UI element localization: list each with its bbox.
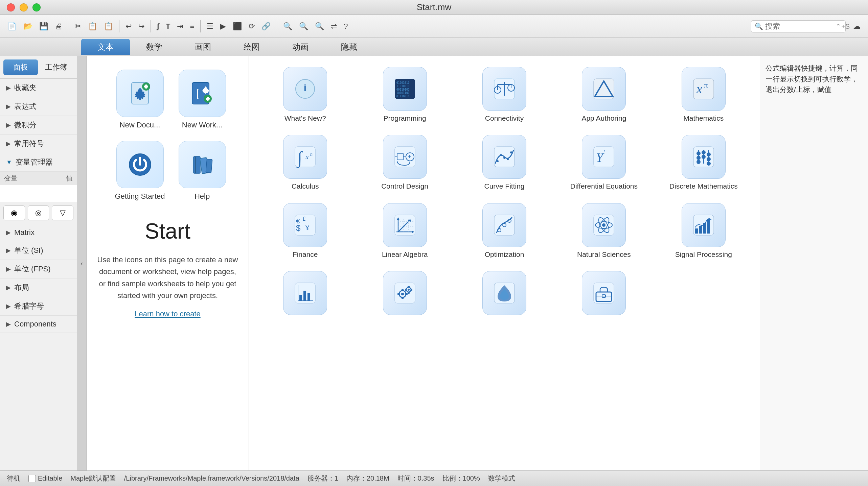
tab-math[interactable]: 数学: [130, 39, 179, 55]
signal-processing-cell[interactable]: Signal Processing: [656, 200, 752, 262]
tab-text[interactable]: 文本: [81, 39, 130, 55]
stop-icon[interactable]: ⬛: [231, 21, 244, 32]
cut-icon[interactable]: ✂: [73, 21, 83, 32]
sidebar-item-layout[interactable]: ▶ 布局: [0, 278, 77, 297]
whats-new-cell[interactable]: i What's New?: [257, 64, 353, 125]
filter-filter[interactable]: ▽: [52, 205, 73, 220]
finance-cell[interactable]: € £ $ ¥ Finance: [257, 200, 353, 262]
control-design-label: Control Design: [381, 181, 428, 191]
tab-hidden[interactable]: 隐藏: [325, 39, 373, 55]
sidebar-item-si[interactable]: ▶ 单位 (SI): [0, 241, 77, 260]
icon18-cell[interactable]: —: [456, 268, 552, 330]
open-icon[interactable]: 📂: [21, 21, 35, 32]
sidebar-item-favorites[interactable]: ▶ 收藏夹: [0, 79, 77, 97]
whats-new-svg: i: [293, 77, 317, 101]
getting-started-icon-cell[interactable]: Getting Started: [113, 141, 167, 201]
swap-icon[interactable]: ⇌: [329, 21, 339, 32]
zoom-in-icon[interactable]: 🔍: [313, 21, 326, 32]
svg-point-49: [507, 158, 509, 160]
tab-plot[interactable]: 画图: [179, 39, 227, 55]
sep4: [200, 20, 201, 32]
sidebar-label-expressions: 表达式: [14, 101, 37, 112]
new-worksheet-icon-cell[interactable]: [ New Work...: [175, 70, 229, 130]
link-icon[interactable]: 🔗: [259, 21, 273, 32]
save-icon[interactable]: 💾: [37, 21, 50, 32]
discrete-math-cell[interactable]: Discrete Mathematics: [656, 132, 752, 193]
sidebar-item-varmanager[interactable]: ▼ 变量管理器: [0, 153, 77, 172]
finance-box: € £ $ ¥: [283, 203, 327, 247]
math-icon[interactable]: ∫: [155, 21, 161, 32]
tab-animation[interactable]: 动画: [276, 39, 325, 55]
copy-icon[interactable]: 📋: [86, 21, 99, 32]
sidebar-tab-panel[interactable]: 面板: [3, 59, 38, 75]
minimize-button[interactable]: [20, 3, 28, 11]
undo-icon[interactable]: ↩: [123, 21, 134, 32]
help-icon[interactable]: ?: [342, 21, 350, 32]
refresh-icon[interactable]: ⟳: [247, 21, 257, 32]
optimization-cell[interactable]: Optimization: [456, 200, 552, 262]
icon17-cell[interactable]: —: [357, 268, 453, 330]
sidebar-tab-workbook[interactable]: 工作簿: [39, 59, 74, 75]
new-document-svg: [127, 80, 154, 107]
icon19-svg: [592, 281, 616, 305]
sidebar-label-matrix: Matrix: [14, 228, 35, 237]
arrow-fps: ▶: [6, 265, 11, 273]
differential-eq-cell[interactable]: Y ' Differential Equations: [556, 132, 652, 193]
sidebar-item-components[interactable]: ▶ Components: [0, 316, 77, 333]
sidebar-label-favorites: 收藏夹: [14, 83, 37, 93]
linear-algebra-svg: [393, 213, 417, 237]
filter-hidden[interactable]: ◎: [28, 205, 49, 220]
new-document-icon-cell[interactable]: New Docu...: [113, 70, 167, 130]
calculus-cell[interactable]: ∫ x n Calculus: [257, 132, 353, 193]
linear-algebra-cell[interactable]: Linear Algebra: [357, 200, 453, 262]
mathematics-cell[interactable]: x π Mathematics: [656, 64, 752, 125]
svg-rect-112: [408, 292, 410, 294]
new-icon[interactable]: 📄: [5, 21, 19, 32]
programming-cell[interactable]: 01001010 11010011 00110101 10101100 0111…: [357, 64, 453, 125]
text-icon[interactable]: T: [164, 21, 172, 32]
sidebar-item-matrix[interactable]: ▶ Matrix: [0, 224, 77, 241]
curve-fitting-cell[interactable]: Curve Fitting: [456, 132, 552, 193]
search-input[interactable]: [765, 22, 833, 31]
start-link[interactable]: Learn how to create: [135, 310, 200, 318]
sidebar-item-symbols[interactable]: ▶ 常用符号: [0, 135, 77, 153]
paste-icon[interactable]: 📋: [102, 21, 115, 32]
app-authoring-cell[interactable]: App Authoring: [556, 64, 652, 125]
help-icon-cell[interactable]: Help: [175, 141, 229, 201]
zoom-reset-icon[interactable]: 🔍: [297, 21, 310, 32]
connectivity-cell[interactable]: Connectivity: [456, 64, 552, 125]
start-description: Use the icons on this page to create a n…: [97, 254, 238, 301]
section-icon[interactable]: ☰: [205, 21, 215, 32]
zoom-out-icon[interactable]: 🔍: [281, 21, 294, 32]
sidebar-item-greek[interactable]: ▶ 希腊字母: [0, 297, 77, 316]
redo-icon[interactable]: ↪: [136, 21, 146, 32]
print-icon[interactable]: 🖨: [53, 21, 65, 32]
sidebar-item-expressions[interactable]: ▶ 表达式: [0, 97, 77, 116]
editable-checkbox[interactable]: [28, 475, 36, 482]
sidebar-item-fps[interactable]: ▶ 单位 (FPS): [0, 260, 77, 278]
icon17-box: [383, 271, 427, 315]
sep5: [277, 20, 277, 32]
icon19-cell[interactable]: —: [556, 268, 652, 330]
search-box[interactable]: 🔍 ⌃+S: [751, 20, 846, 32]
indent-icon[interactable]: ⇥: [175, 21, 185, 32]
svg-rect-113: [405, 289, 407, 291]
maximize-button[interactable]: [32, 3, 41, 11]
tab-draw[interactable]: 绘图: [227, 39, 276, 55]
app-authoring-svg: [592, 77, 616, 101]
svg-text:11010011: 11010011: [396, 85, 410, 88]
list-icon[interactable]: ≡: [188, 21, 196, 32]
execute-icon[interactable]: ▶: [218, 21, 228, 32]
sidebar-item-calculus[interactable]: ▶ 微积分: [0, 116, 77, 135]
svg-rect-108: [405, 293, 408, 295]
filter-eye[interactable]: ◉: [3, 205, 25, 220]
cloud-icon[interactable]: ☁: [851, 21, 863, 32]
natural-sciences-cell[interactable]: Natural Sciences: [556, 200, 652, 262]
tab-bar: 文本 数学 画图 绘图 动画 隐藏: [0, 38, 868, 56]
icon16-cell[interactable]: —: [257, 268, 353, 330]
sidebar-collapse-toggle[interactable]: ‹: [77, 56, 87, 470]
control-design-cell[interactable]: + Control Design: [357, 132, 453, 193]
svg-text:01001010: 01001010: [396, 81, 410, 84]
close-button[interactable]: [7, 3, 15, 11]
svg-point-50: [510, 151, 512, 153]
